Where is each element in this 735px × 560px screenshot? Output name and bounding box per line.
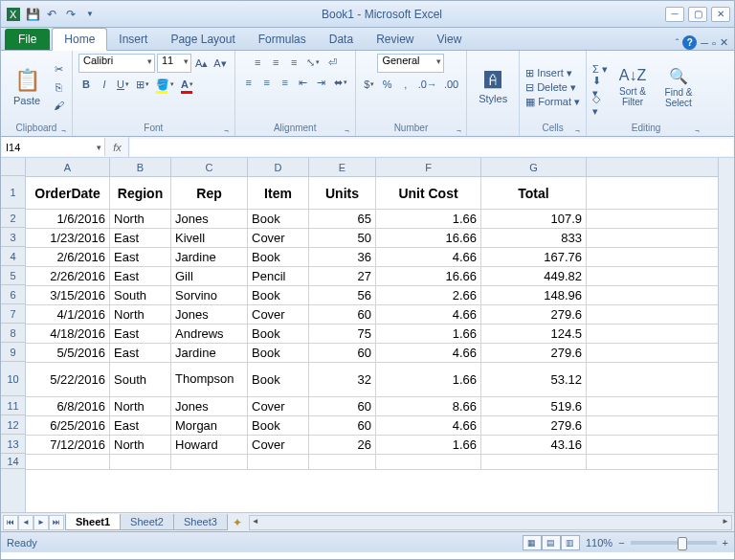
cell[interactable]	[481, 455, 587, 469]
cell[interactable]: 4/1/2016	[26, 305, 110, 324]
cell[interactable]: Sorvino	[171, 286, 248, 304]
qat-dropdown-icon[interactable]: ▼	[81, 6, 99, 23]
cell[interactable]: 167.76	[481, 248, 587, 266]
cell[interactable]: 4.66	[376, 344, 481, 362]
next-sheet-icon[interactable]: ►	[33, 515, 49, 530]
cell[interactable]: 5/5/2016	[26, 344, 110, 362]
font-color-button[interactable]: A	[179, 76, 195, 93]
cell[interactable]: 16.66	[376, 229, 481, 247]
cell[interactable]	[309, 455, 376, 469]
cell[interactable]: 124.5	[481, 325, 587, 343]
align-right-icon[interactable]: ≡	[278, 74, 293, 91]
cell[interactable]	[171, 455, 248, 469]
bold-button[interactable]: B	[78, 76, 94, 93]
decrease-indent-icon[interactable]: ⇤	[296, 74, 311, 91]
col-header[interactable]: F	[376, 158, 481, 176]
cell[interactable]	[110, 455, 171, 469]
cell[interactable]: Jardine	[171, 344, 248, 362]
paste-button[interactable]: 📋 Paste	[7, 68, 47, 106]
cell[interactable]: 107.9	[481, 210, 587, 228]
cell[interactable]: 26	[309, 436, 376, 454]
cell[interactable]: 4.66	[376, 416, 481, 435]
wrap-text-icon[interactable]: ⏎	[324, 54, 340, 71]
col-header[interactable]: E	[309, 158, 376, 176]
row-header[interactable]: 3	[1, 228, 25, 247]
cell[interactable]: 1/6/2016	[26, 210, 110, 228]
new-sheet-icon[interactable]: ✦	[228, 516, 247, 529]
cell[interactable]: 1/23/2016	[26, 229, 110, 247]
row-header[interactable]: 6	[1, 285, 25, 304]
header-cell[interactable]: Region	[110, 177, 171, 209]
align-left-icon[interactable]: ≡	[241, 74, 256, 91]
copy-icon[interactable]: ⎘	[51, 79, 66, 95]
cell[interactable]: 148.96	[481, 286, 587, 304]
cell[interactable]: Thompson	[171, 363, 248, 396]
horizontal-scrollbar[interactable]	[249, 515, 732, 530]
increase-decimal-icon[interactable]: .0→	[416, 76, 439, 93]
sheet-tab-1[interactable]: Sheet1	[65, 514, 121, 530]
cell[interactable]: 4.66	[376, 305, 481, 324]
decrease-decimal-icon[interactable]: .00	[442, 76, 460, 93]
cell[interactable]: Jones	[171, 305, 248, 324]
row-header[interactable]: 5	[1, 266, 25, 285]
cell[interactable]: East	[110, 267, 171, 285]
cell[interactable]: 56	[309, 286, 376, 304]
delete-button[interactable]: ⊟Delete ▾	[525, 81, 580, 94]
doc-restore-icon[interactable]: ▫	[712, 37, 716, 49]
cell[interactable]: 3/15/2016	[26, 286, 110, 304]
cell[interactable]: Book	[248, 210, 309, 228]
cell[interactable]: 279.6	[481, 344, 587, 362]
cell[interactable]: 36	[309, 248, 376, 266]
row-header[interactable]: 13	[1, 435, 25, 454]
cell[interactable]: Book	[248, 344, 309, 362]
sheet-tab-2[interactable]: Sheet2	[120, 514, 174, 530]
save-icon[interactable]: 💾	[24, 6, 41, 23]
undo-icon[interactable]: ↶	[43, 6, 60, 23]
cell[interactable]: 7/12/2016	[26, 436, 110, 454]
col-header[interactable]: B	[110, 158, 171, 176]
cell[interactable]	[26, 455, 110, 469]
tab-view[interactable]: View	[426, 29, 474, 50]
cell[interactable]: 60	[309, 416, 376, 435]
doc-minimize-icon[interactable]: ─	[701, 37, 708, 49]
cell[interactable]: East	[110, 416, 171, 435]
col-header[interactable]: G	[481, 158, 587, 176]
row-header[interactable]: 1	[1, 176, 25, 209]
cell[interactable]: 5/22/2016	[26, 363, 110, 396]
cell[interactable]: Book	[248, 363, 309, 396]
font-name-select[interactable]: Calibri	[78, 54, 155, 73]
cell[interactable]: 833	[481, 229, 587, 247]
header-cell[interactable]: OrderDate	[26, 177, 110, 209]
border-button[interactable]: ⊞	[134, 76, 151, 93]
cell[interactable]: Andrews	[171, 325, 248, 343]
cell[interactable]: Cover	[248, 229, 309, 247]
cell[interactable]: 65	[309, 210, 376, 228]
cell[interactable]: 519.6	[481, 397, 587, 415]
formula-input[interactable]	[130, 139, 733, 156]
cell[interactable]: Morgan	[171, 416, 248, 435]
cell[interactable]: Book	[248, 248, 309, 266]
cell[interactable]: 1.66	[376, 210, 481, 228]
zoom-in-icon[interactable]: +	[723, 537, 728, 549]
insert-button[interactable]: ⊞Insert ▾	[525, 67, 580, 79]
tab-data[interactable]: Data	[318, 29, 365, 50]
cell[interactable]: Cover	[248, 397, 309, 415]
cell[interactable]: 43.16	[481, 436, 587, 454]
cell[interactable]: 1.66	[376, 363, 481, 396]
orientation-icon[interactable]: ⤡	[304, 54, 322, 71]
cell[interactable]: 2.66	[376, 286, 481, 304]
row-header[interactable]: 4	[1, 247, 25, 266]
cell[interactable]: Pencil	[248, 267, 309, 285]
redo-icon[interactable]: ↷	[62, 6, 79, 23]
format-button[interactable]: ▦Format ▾	[525, 96, 580, 108]
cell[interactable]: 279.6	[481, 416, 587, 435]
align-bottom-icon[interactable]: ≡	[286, 54, 301, 71]
vertical-scrollbar[interactable]	[718, 158, 734, 512]
cell[interactable]: Kivell	[171, 229, 248, 247]
header-cell[interactable]: Unit Cost	[376, 177, 481, 209]
cell[interactable]: Howard	[171, 436, 248, 454]
row-header[interactable]: 11	[1, 396, 25, 415]
close-button[interactable]: ✕	[711, 7, 730, 22]
cell[interactable]: 53.12	[481, 363, 587, 396]
cell[interactable]: Jones	[171, 210, 248, 228]
